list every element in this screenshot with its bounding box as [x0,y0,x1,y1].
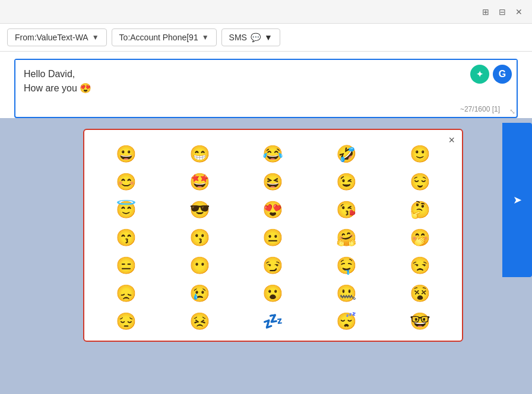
sms-dropdown[interactable]: SMS 💬 ▼ [221,28,280,46]
top-bar: ⊞ ⊟ ✕ [0,0,532,24]
emoji-item[interactable]: 😀 [91,142,162,166]
emoji-item[interactable]: 😶 [165,253,235,278]
emoji-item[interactable]: 🤩 [165,170,235,194]
emoji-item[interactable]: 😔 [91,309,162,333]
emoji-picker: × 😀😁😂🤣🙂😊🤩😆😉😌😇😎😍😘🤔😙😗😐🤗🤭😑😶😏🤤😒😞😢😮🤐😵😔😣💤😴🤓 [83,129,463,342]
emoji-item[interactable]: 💤 [238,309,308,333]
emoji-item[interactable]: 😏 [238,253,308,278]
emoji-item[interactable]: 🤣 [312,142,382,166]
to-dropdown[interactable]: To:Account Phone[91 ▼ [112,28,217,46]
emoji-item[interactable]: 😢 [165,281,235,306]
to-arrow-icon: ▼ [202,33,209,42]
emoji-grid: 😀😁😂🤣🙂😊🤩😆😉😌😇😎😍😘🤔😙😗😐🤗🤭😑😶😏🤤😒😞😢😮🤐😵😔😣💤😴🤓 [91,142,455,333]
blue-area: × 😀😁😂🤣🙂😊🤩😆😉😌😇😎😍😘🤔😙😗😐🤗🤭😑😶😏🤤😒😞😢😮🤐😵😔😣💤😴🤓 ➤ [0,123,532,277]
emoji-item[interactable]: 🤔 [385,198,455,222]
emoji-item[interactable]: 😐 [238,225,308,250]
emoji-item[interactable]: 😎 [165,198,235,222]
emoji-item[interactable]: 😊 [91,170,162,194]
char-count: ~27/1600 [1] [460,105,500,113]
emoji-item[interactable]: 😍 [238,198,308,222]
top-bar-icon-3: ✕ [513,6,525,18]
to-label: To:Account Phone[91 [119,33,198,42]
emoji-item[interactable]: 🙂 [385,142,455,166]
emoji-item[interactable]: 😵 [385,281,455,306]
emoji-item[interactable]: 😙 [91,225,162,250]
emoji-picker-close-button[interactable]: × [448,135,455,145]
sms-icon: 💬 [251,33,261,42]
emoji-item[interactable]: 🤗 [312,225,382,250]
resize-handle-icon[interactable]: ⤡ [509,107,515,116]
emoji-item[interactable]: 😞 [91,281,162,306]
emoji-item[interactable]: 😑 [91,253,162,278]
emoji-item[interactable]: 🤓 [385,309,455,333]
emoji-item[interactable]: 😉 [312,170,382,194]
emoji-item[interactable]: 😌 [385,170,455,194]
top-bar-icon-2: ⊟ [496,6,508,18]
emoji-item[interactable]: 🤐 [312,281,382,306]
top-bar-icon-1: ⊞ [480,6,492,18]
send-icon: ➤ [513,193,522,206]
emoji-item[interactable]: 🤭 [385,225,455,250]
grammarly-sparkle-icon[interactable]: ✦ [470,65,489,84]
from-label: From:ValueText-WA [15,33,88,42]
emoji-item[interactable]: 😆 [238,170,308,194]
emoji-item[interactable]: 😮 [238,281,308,306]
emoji-item[interactable]: 😣 [165,309,235,333]
grammarly-g-icon[interactable]: G [493,65,512,84]
emoji-item[interactable]: 😗 [165,225,235,250]
sms-arrow-icon: ▼ [264,33,273,42]
emoji-item[interactable]: 😴 [312,309,382,333]
message-input[interactable]: Hello David, How are you 😍 [15,60,517,113]
emoji-item[interactable]: 😁 [165,142,235,166]
toolbar-row: From:ValueText-WA ▼ To:Account Phone[91 … [0,24,532,52]
sms-label: SMS [229,33,247,42]
emoji-item[interactable]: 😂 [238,142,308,166]
emoji-item[interactable]: 😒 [385,253,455,278]
from-arrow-icon: ▼ [92,33,99,42]
emoji-item[interactable]: 🤤 [312,253,382,278]
emoji-item[interactable]: 😇 [91,198,162,222]
from-dropdown[interactable]: From:ValueText-WA ▼ [7,28,107,46]
send-button[interactable]: ➤ [502,123,532,277]
message-compose-area: ✦ G Hello David, How are you 😍 ~27/1600 … [14,59,518,118]
message-tools: ✦ G [470,65,512,84]
emoji-item[interactable]: 😘 [312,198,382,222]
